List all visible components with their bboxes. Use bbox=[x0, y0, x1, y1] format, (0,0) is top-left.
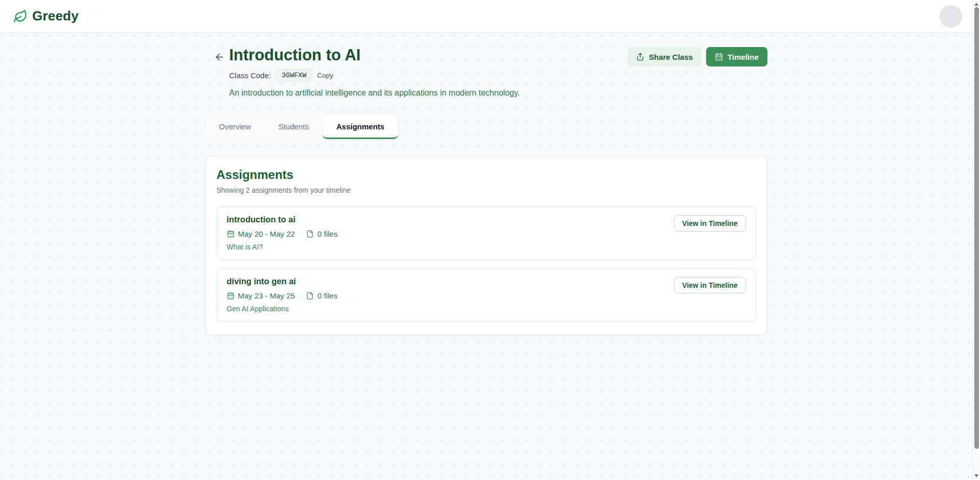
class-description: An introduction to artificial intelligen… bbox=[229, 88, 520, 98]
assignment-description: Gen AI Applications bbox=[227, 305, 338, 313]
panel-title: Assignments bbox=[217, 168, 756, 182]
share-class-label: Share Class bbox=[649, 53, 693, 61]
class-code-label: Class Code: bbox=[229, 71, 271, 80]
assignment-files: 0 files bbox=[306, 230, 337, 238]
assignment-files-text: 0 files bbox=[317, 291, 337, 300]
timeline-label: Timeline bbox=[728, 53, 759, 61]
assignment-files-text: 0 files bbox=[317, 230, 337, 238]
copy-code-button[interactable]: Copy bbox=[317, 72, 334, 79]
main-area: Introduction to AI Class Code: 3GWFXW Co… bbox=[0, 33, 972, 480]
calendar-icon bbox=[715, 53, 723, 61]
scrollbar-down-arrow-icon[interactable] bbox=[974, 474, 978, 477]
assignment-dates-text: May 20 - May 22 bbox=[238, 230, 295, 238]
brand-logo[interactable]: Greedy bbox=[13, 8, 79, 24]
class-code-badge: 3GWFXW bbox=[275, 69, 313, 82]
brand-name: Greedy bbox=[32, 8, 79, 24]
tab-assignments[interactable]: Assignments bbox=[322, 115, 398, 139]
assignment-dates: May 20 - May 22 bbox=[227, 230, 295, 238]
back-button[interactable] bbox=[213, 50, 226, 63]
view-in-timeline-button[interactable]: View in Timeline bbox=[674, 277, 745, 293]
file-icon bbox=[306, 230, 314, 238]
class-tabs: Overview Students Assignments bbox=[205, 115, 399, 139]
top-navbar: Greedy bbox=[0, 0, 972, 33]
window-scrollbar[interactable] bbox=[972, 0, 980, 480]
file-icon bbox=[306, 292, 314, 300]
assignment-title: diving into gen ai bbox=[227, 277, 338, 286]
user-avatar[interactable] bbox=[940, 5, 962, 28]
assignment-description: What is AI? bbox=[227, 243, 338, 251]
panel-subtitle: Showing 2 assignments from your timeline bbox=[217, 186, 756, 194]
view-in-timeline-button[interactable]: View in Timeline bbox=[674, 215, 745, 232]
assignments-panel: Assignments Showing 2 assignments from y… bbox=[205, 156, 767, 335]
assignment-row: introduction to ai May 20 - May 22 bbox=[217, 207, 756, 260]
assignment-row: diving into gen ai May 23 - May 25 bbox=[217, 268, 756, 322]
assignment-title: introduction to ai bbox=[227, 215, 338, 224]
assignment-dates: May 23 - May 25 bbox=[227, 291, 295, 300]
class-title: Introduction to AI bbox=[229, 46, 520, 64]
assignment-files: 0 files bbox=[306, 291, 337, 300]
tab-overview[interactable]: Overview bbox=[205, 115, 265, 139]
calendar-icon bbox=[227, 292, 235, 300]
leaf-icon bbox=[13, 9, 28, 24]
arrow-left-icon bbox=[214, 52, 225, 62]
scrollbar-up-arrow-icon[interactable] bbox=[974, 3, 978, 6]
scrollbar-thumb[interactable] bbox=[974, 7, 979, 449]
timeline-button[interactable]: Timeline bbox=[706, 47, 767, 66]
share-icon bbox=[636, 53, 644, 61]
calendar-icon bbox=[227, 230, 235, 238]
class-header: Introduction to AI Class Code: 3GWFXW Co… bbox=[205, 46, 767, 98]
assignment-dates-text: May 23 - May 25 bbox=[238, 291, 295, 300]
tab-students[interactable]: Students bbox=[265, 115, 322, 139]
share-class-button[interactable]: Share Class bbox=[627, 47, 702, 66]
